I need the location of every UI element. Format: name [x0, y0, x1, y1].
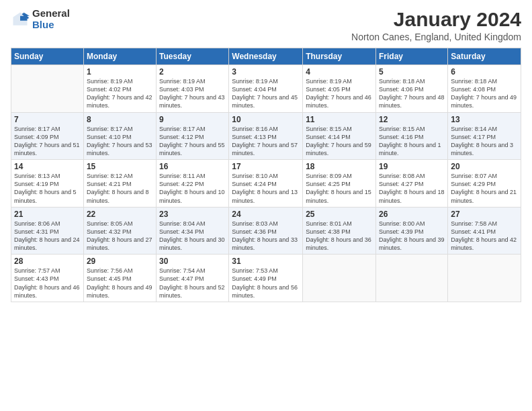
day-info: Sunrise: 8:00 AMSunset: 4:39 PMDaylight:…	[379, 220, 445, 253]
day-cell: 9Sunrise: 8:17 AMSunset: 4:12 PMDaylight…	[157, 112, 229, 160]
day-number: 11	[306, 115, 373, 124]
week-row-5: 28Sunrise: 7:57 AMSunset: 4:43 PMDayligh…	[11, 255, 521, 302]
day-cell: 26Sunrise: 8:00 AMSunset: 4:39 PMDayligh…	[376, 207, 448, 255]
day-number: 16	[159, 162, 226, 171]
header-saturday: Saturday	[448, 48, 521, 65]
day-cell: 24Sunrise: 8:03 AMSunset: 4:36 PMDayligh…	[229, 207, 303, 255]
day-cell: 18Sunrise: 8:09 AMSunset: 4:25 PMDayligh…	[303, 160, 376, 208]
day-info: Sunrise: 8:17 AMSunset: 4:09 PMDaylight:…	[14, 125, 81, 158]
header-row: Sunday Monday Tuesday Wednesday Thursday…	[11, 48, 521, 65]
day-info: Sunrise: 8:19 AMSunset: 4:02 PMDaylight:…	[87, 77, 153, 110]
day-number: 8	[87, 115, 153, 124]
day-cell	[448, 255, 521, 302]
day-cell: 27Sunrise: 7:58 AMSunset: 4:41 PMDayligh…	[448, 207, 521, 255]
day-cell: 6Sunrise: 8:18 AMSunset: 4:08 PMDaylight…	[448, 65, 521, 113]
day-number: 9	[159, 115, 226, 124]
day-info: Sunrise: 8:17 AMSunset: 4:12 PMDaylight:…	[159, 125, 226, 158]
day-cell: 20Sunrise: 8:07 AMSunset: 4:29 PMDayligh…	[448, 160, 521, 208]
day-cell: 30Sunrise: 7:54 AMSunset: 4:47 PMDayligh…	[157, 255, 229, 302]
day-info: Sunrise: 7:57 AMSunset: 4:43 PMDaylight:…	[14, 267, 81, 300]
day-info: Sunrise: 8:09 AMSunset: 4:25 PMDaylight:…	[306, 172, 373, 205]
header-friday: Friday	[376, 48, 448, 65]
header: General Blue January 2024 Norton Canes, …	[11, 8, 521, 42]
day-cell: 21Sunrise: 8:06 AMSunset: 4:31 PMDayligh…	[11, 207, 84, 255]
day-cell: 19Sunrise: 8:08 AMSunset: 4:27 PMDayligh…	[376, 160, 448, 208]
day-info: Sunrise: 7:58 AMSunset: 4:41 PMDaylight:…	[451, 220, 518, 253]
day-cell: 2Sunrise: 8:19 AMSunset: 4:03 PMDaylight…	[157, 65, 229, 113]
day-info: Sunrise: 8:12 AMSunset: 4:21 PMDaylight:…	[87, 172, 153, 205]
day-number: 20	[451, 162, 518, 171]
day-number: 28	[14, 257, 81, 266]
week-row-4: 21Sunrise: 8:06 AMSunset: 4:31 PMDayligh…	[11, 207, 521, 255]
day-cell: 23Sunrise: 8:04 AMSunset: 4:34 PMDayligh…	[157, 207, 229, 255]
day-cell: 10Sunrise: 8:16 AMSunset: 4:13 PMDayligh…	[229, 112, 303, 160]
day-number: 18	[306, 162, 373, 171]
day-number: 29	[87, 257, 153, 266]
day-number: 7	[14, 115, 81, 124]
day-number: 1	[87, 67, 153, 77]
logo: General Blue	[11, 8, 70, 30]
day-info: Sunrise: 7:54 AMSunset: 4:47 PMDaylight:…	[159, 267, 226, 300]
day-info: Sunrise: 8:19 AMSunset: 4:04 PMDaylight:…	[232, 77, 300, 110]
day-number: 4	[306, 67, 373, 77]
calendar-title: January 2024	[351, 8, 521, 30]
day-cell: 15Sunrise: 8:12 AMSunset: 4:21 PMDayligh…	[83, 160, 156, 208]
day-number: 12	[379, 115, 445, 124]
day-info: Sunrise: 7:53 AMSunset: 4:49 PMDaylight:…	[232, 267, 300, 300]
day-cell: 5Sunrise: 8:18 AMSunset: 4:06 PMDaylight…	[376, 65, 448, 113]
day-info: Sunrise: 8:11 AMSunset: 4:22 PMDaylight:…	[159, 172, 226, 205]
day-cell	[376, 255, 448, 302]
day-number: 5	[379, 67, 445, 77]
logo-text: General Blue	[32, 8, 70, 30]
day-cell: 8Sunrise: 8:17 AMSunset: 4:10 PMDaylight…	[83, 112, 156, 160]
day-number: 26	[379, 210, 445, 219]
header-monday: Monday	[83, 48, 156, 65]
day-cell	[303, 255, 376, 302]
day-cell: 3Sunrise: 8:19 AMSunset: 4:04 PMDaylight…	[229, 65, 303, 113]
day-number: 23	[159, 210, 226, 219]
day-cell: 12Sunrise: 8:15 AMSunset: 4:16 PMDayligh…	[376, 112, 448, 160]
day-cell: 1Sunrise: 8:19 AMSunset: 4:02 PMDaylight…	[83, 65, 156, 113]
day-number: 31	[232, 257, 300, 266]
day-info: Sunrise: 8:05 AMSunset: 4:32 PMDaylight:…	[87, 220, 153, 253]
day-cell: 25Sunrise: 8:01 AMSunset: 4:38 PMDayligh…	[303, 207, 376, 255]
day-cell: 29Sunrise: 7:56 AMSunset: 4:45 PMDayligh…	[83, 255, 156, 302]
day-number: 10	[232, 115, 300, 124]
header-wednesday: Wednesday	[229, 48, 303, 65]
day-cell	[11, 65, 84, 113]
day-info: Sunrise: 8:01 AMSunset: 4:38 PMDaylight:…	[306, 220, 373, 253]
calendar-table: Sunday Monday Tuesday Wednesday Thursday…	[11, 48, 521, 302]
day-number: 19	[379, 162, 445, 171]
day-info: Sunrise: 8:08 AMSunset: 4:27 PMDaylight:…	[379, 172, 445, 205]
title-block: January 2024 Norton Canes, England, Unit…	[351, 8, 521, 42]
day-info: Sunrise: 8:14 AMSunset: 4:17 PMDaylight:…	[451, 125, 518, 158]
day-number: 2	[159, 67, 226, 77]
day-info: Sunrise: 8:19 AMSunset: 4:05 PMDaylight:…	[306, 77, 373, 110]
logo-blue: Blue	[32, 19, 70, 31]
day-cell: 11Sunrise: 8:15 AMSunset: 4:14 PMDayligh…	[303, 112, 376, 160]
page: General Blue January 2024 Norton Canes, …	[0, 0, 532, 411]
day-number: 22	[87, 210, 153, 219]
day-cell: 16Sunrise: 8:11 AMSunset: 4:22 PMDayligh…	[157, 160, 229, 208]
logo-general: General	[32, 8, 70, 19]
day-cell: 28Sunrise: 7:57 AMSunset: 4:43 PMDayligh…	[11, 255, 84, 302]
day-cell: 7Sunrise: 8:17 AMSunset: 4:09 PMDaylight…	[11, 112, 84, 160]
day-info: Sunrise: 8:03 AMSunset: 4:36 PMDaylight:…	[232, 220, 300, 253]
day-info: Sunrise: 8:04 AMSunset: 4:34 PMDaylight:…	[159, 220, 226, 253]
header-thursday: Thursday	[303, 48, 376, 65]
calendar-subtitle: Norton Canes, England, United Kingdom	[351, 32, 521, 42]
day-number: 15	[87, 162, 153, 171]
day-info: Sunrise: 8:10 AMSunset: 4:24 PMDaylight:…	[232, 172, 300, 205]
week-row-2: 7Sunrise: 8:17 AMSunset: 4:09 PMDaylight…	[11, 112, 521, 160]
day-info: Sunrise: 8:07 AMSunset: 4:29 PMDaylight:…	[451, 172, 518, 205]
week-row-3: 14Sunrise: 8:13 AMSunset: 4:19 PMDayligh…	[11, 160, 521, 208]
day-number: 21	[14, 210, 81, 219]
logo-icon	[11, 10, 30, 29]
day-number: 30	[159, 257, 226, 266]
day-number: 24	[232, 210, 300, 219]
day-number: 6	[451, 67, 518, 77]
day-cell: 31Sunrise: 7:53 AMSunset: 4:49 PMDayligh…	[229, 255, 303, 302]
day-info: Sunrise: 8:16 AMSunset: 4:13 PMDaylight:…	[232, 125, 300, 158]
day-info: Sunrise: 8:19 AMSunset: 4:03 PMDaylight:…	[159, 77, 226, 110]
day-number: 27	[451, 210, 518, 219]
